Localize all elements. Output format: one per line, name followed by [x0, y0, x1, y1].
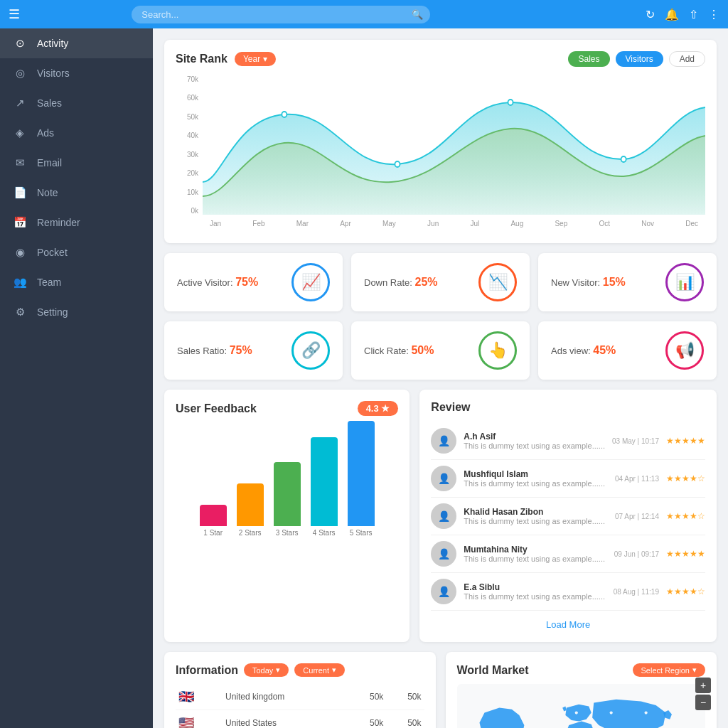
add-toggle-button[interactable]: Add [669, 51, 705, 67]
review-avatar-2: 👤 [431, 466, 456, 491]
sales-ratio-icon: 🔗 [291, 331, 330, 370]
bar-1-fill [200, 505, 227, 526]
search-icon: 🔍 [412, 9, 423, 20]
today-filter-label: Today [252, 666, 273, 675]
sidebar-label-ads: Ads [37, 127, 54, 139]
active-visitor-icon: 📈 [291, 263, 330, 301]
sales-icon: ↗ [13, 96, 27, 110]
sidebar-item-sales[interactable]: ↗ Sales [0, 88, 153, 118]
stat-text-active: Active Visitor: [177, 277, 235, 288]
rating-badge: 4.3 ★ [358, 401, 399, 416]
bar-4-fill [311, 437, 338, 526]
sidebar-item-setting[interactable]: ⚙ Setting [0, 297, 153, 327]
stat-value-click: 50% [411, 344, 434, 356]
review-text-1: This is dummy text using as example.....… [464, 441, 605, 450]
rating-value: 4.3 [366, 403, 379, 414]
zoom-in-button[interactable]: + [695, 678, 711, 693]
flag-us: 🇺🇸 [178, 716, 194, 728]
review-item-3: 👤 Khalid Hasan Zibon This is dummy text … [431, 498, 705, 535]
sidebar-label-activity: Activity [37, 38, 68, 49]
bar-4-label: 4 Stars [313, 529, 336, 537]
review-date-3: 07 Apr | 12:14 [615, 513, 659, 520]
bar-3-fill [274, 462, 301, 526]
zoom-out-button[interactable]: − [695, 695, 711, 710]
user-feedback-card: User Feedback 4.3 ★ 1 Star 2 Stars [164, 390, 410, 642]
country-row-uk: 🇬🇧 United kingdom 50k 50k [176, 684, 424, 710]
review-load-more-container: Load More [431, 611, 705, 631]
stat-label-sales: Sales Ratio: 75% [177, 344, 252, 357]
country-row-us: 🇺🇸 United States 50k 50k [176, 710, 424, 729]
site-rank-title: Site Rank [176, 53, 228, 65]
sidebar-item-reminder[interactable]: 📅 Reminder [0, 208, 153, 237]
sidebar-label-reminder: Reminder [37, 217, 80, 228]
chart-x-axis: JanFebMarAprMayJunJulAugSepOctNovDec [203, 215, 705, 232]
review-card: Review 👤 A.h Asif This is dummy text usi… [419, 390, 717, 642]
search-input[interactable] [132, 6, 430, 23]
select-region-badge[interactable]: Select Region ▾ [633, 663, 706, 677]
info-market-row: Information Today ▾ Current ▾ 🇬🇧 Uni [164, 652, 717, 728]
setting-icon: ⚙ [13, 305, 27, 319]
bar-5-stars: 5 Stars [348, 421, 375, 537]
review-item-5: 👤 E.a Siblu This is dummy text using as … [431, 573, 705, 611]
sidebar-item-activity[interactable]: ⊙ Activity [0, 28, 153, 58]
visitors-toggle-button[interactable]: Visitors [616, 51, 663, 67]
svg-point-2 [508, 100, 513, 105]
svg-point-0 [282, 112, 287, 117]
team-icon: 👥 [13, 275, 27, 289]
review-item-2: 👤 Mushfiqul Islam This is dummy text usi… [431, 460, 705, 498]
country-v2-uk: 50k [386, 684, 424, 710]
content-area: Site Rank Year ▾ Sales Visitors Add 70k6… [153, 28, 728, 728]
more-icon[interactable]: ⋮ [708, 8, 719, 21]
feedback-bar-chart: 1 Star 2 Stars 3 Stars 4 Stars [176, 423, 398, 537]
stat-value-down: 25% [415, 276, 438, 288]
review-avatar-1: 👤 [431, 428, 456, 454]
sidebar-item-email[interactable]: ✉ Email [0, 148, 153, 178]
review-date-5: 08 Aug | 11:19 [614, 588, 659, 596]
sidebar-label-visitors: Visitors [37, 68, 70, 79]
review-load-more-button[interactable]: Load More [546, 619, 590, 630]
feedback-header: User Feedback 4.3 ★ [176, 401, 398, 416]
review-header: Review [431, 401, 705, 414]
menu-icon[interactable]: ☰ [9, 6, 20, 22]
share-icon[interactable]: ⇧ [689, 8, 698, 21]
flag-uk: 🇬🇧 [178, 690, 194, 704]
sidebar-item-pocket[interactable]: ◉ Pocket [0, 237, 153, 267]
stat-text-sales: Sales Ratio: [177, 346, 230, 356]
stat-text-ads: Ads view: [551, 346, 593, 356]
review-info-4: Mumtahina Nity This is dummy text using … [464, 545, 606, 563]
bar-1-label: 1 Star [203, 529, 223, 537]
review-date-2: 04 Apr | 11:13 [615, 475, 659, 483]
world-map-svg [457, 684, 706, 728]
notification-icon[interactable]: 🔔 [665, 8, 679, 21]
search-container: 🔍 [132, 6, 430, 23]
down-rate-icon: 📉 [478, 263, 517, 301]
review-avatar-4: 👤 [431, 541, 456, 567]
stat-value-new: 15% [603, 276, 626, 288]
review-name-3: Khalid Hasan Zibon [464, 507, 608, 517]
stat-sales-ratio: Sales Ratio: 75% 🔗 [164, 321, 343, 380]
today-chevron-icon: ▾ [276, 665, 280, 675]
bar-5-fill [348, 421, 375, 526]
feedback-title: User Feedback [176, 402, 257, 415]
review-text-3: This is dummy text using as example.....… [464, 517, 608, 525]
svg-point-1 [395, 161, 400, 167]
today-filter-badge[interactable]: Today ▾ [244, 663, 289, 677]
review-text-4: This is dummy text using as example.....… [464, 555, 606, 563]
year-filter-badge[interactable]: Year ▾ [235, 52, 276, 66]
review-name-5: E.a Siblu [464, 582, 606, 592]
information-title: Information [176, 664, 238, 677]
stat-text-click: Click Rate: [364, 346, 411, 356]
stats-row-1: Active Visitor: 75% 📈 Down Rate: 25% 📉 N… [164, 253, 717, 311]
site-rank-header: Site Rank Year ▾ Sales Visitors Add [176, 51, 705, 67]
review-info-2: Mushfiqul Islam This is dummy text using… [464, 469, 608, 488]
stat-label-new: New Visitor: 15% [551, 276, 626, 289]
sales-toggle-button[interactable]: Sales [568, 51, 609, 67]
current-filter-badge[interactable]: Current ▾ [294, 663, 345, 677]
refresh-icon[interactable]: ↻ [646, 8, 655, 21]
svg-point-3 [621, 156, 626, 162]
bar-3-stars: 3 Stars [274, 462, 301, 537]
sidebar-item-note[interactable]: 📄 Note [0, 178, 153, 208]
sidebar-item-visitors[interactable]: ◎ Visitors [0, 58, 153, 88]
sidebar-item-ads[interactable]: ◈ Ads [0, 118, 153, 148]
sidebar-item-team[interactable]: 👥 Team [0, 267, 153, 297]
